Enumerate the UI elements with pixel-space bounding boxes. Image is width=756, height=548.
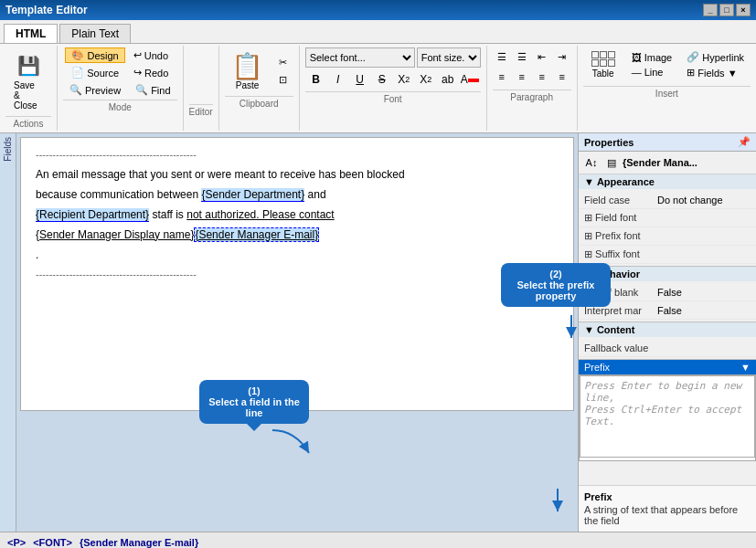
hyperlink-icon: 🔗 bbox=[687, 51, 699, 63]
content-section: ▼ Content Fallback value bbox=[579, 322, 756, 360]
save-close-button[interactable]: 💾 Save &Close bbox=[5, 47, 51, 114]
appearance-section: ▼ Appearance Field case Do not change ⊞ … bbox=[579, 174, 756, 267]
bold-button[interactable]: B bbox=[306, 69, 326, 90]
align-right-button[interactable]: ≡ bbox=[533, 68, 551, 86]
status-bar: <P> <FONT> {Sender Manager E-mail} bbox=[0, 532, 756, 548]
align-justify-button[interactable]: ≡ bbox=[553, 68, 571, 86]
line-icon: — bbox=[632, 67, 642, 78]
font-size-select[interactable]: Font size... bbox=[417, 47, 481, 68]
image-icon: 🖼 bbox=[632, 52, 642, 63]
recipient-dept-field: {Recipient Department} bbox=[36, 208, 149, 222]
find-button[interactable]: 🔍 Find bbox=[129, 82, 176, 98]
tab-plaintext[interactable]: Plain Text bbox=[59, 24, 131, 43]
prefix-font-row[interactable]: ⊞ Prefix font bbox=[579, 227, 756, 246]
ribbon: 💾 Save &Close Actions 🎨 Design ↩ Undo bbox=[0, 44, 756, 133]
properties-content[interactable]: ▼ Appearance Field case Do not change ⊞ … bbox=[579, 174, 756, 485]
indent-button[interactable]: ⇥ bbox=[553, 47, 571, 66]
content-header[interactable]: ▼ Content bbox=[579, 322, 756, 337]
fields-icon: ⊞ bbox=[687, 67, 695, 79]
copy-button[interactable]: ⊡ bbox=[272, 72, 293, 88]
mode-row-2: 📄 Source ↪ Redo bbox=[65, 65, 175, 80]
selected-property: Prefix ▼ Press Enter to begin a new line… bbox=[579, 360, 756, 463]
fallback-row: Fallback value bbox=[579, 339, 756, 357]
appearance-header[interactable]: ▼ Appearance bbox=[579, 174, 756, 189]
font-select[interactable]: Select font... bbox=[305, 47, 415, 68]
insert-label: Insert bbox=[583, 86, 751, 99]
font-color-button[interactable]: A bbox=[460, 69, 480, 90]
font-row-2: B I U S X2 X2 ab A bbox=[306, 69, 480, 90]
editor-line-4: {Recipient Department} staff is not auth… bbox=[36, 206, 559, 223]
properties-panel: Properties 📌 A↕ ▤ {Sender Mana... ▼ Appe… bbox=[578, 133, 756, 532]
content-content: Fallback value bbox=[579, 337, 756, 359]
prefix-dropdown-icon: ▼ bbox=[740, 362, 751, 373]
underline-button[interactable]: U bbox=[350, 69, 370, 90]
editor-line-2: An email message that you sent or were m… bbox=[36, 166, 559, 183]
cut-icon: ✂ bbox=[279, 57, 287, 68]
title-bar-text: Template Editor bbox=[5, 4, 88, 16]
ribbon-group-mode: 🎨 Design ↩ Undo 📄 Source ↪ Redo bbox=[58, 46, 184, 131]
left-panel: Fields bbox=[0, 133, 16, 532]
design-button[interactable]: 🎨 Design bbox=[65, 47, 124, 63]
list-number-button[interactable]: ☰ bbox=[513, 47, 531, 66]
maximize-button[interactable]: □ bbox=[719, 4, 734, 16]
superscript-button[interactable]: X2 bbox=[416, 69, 436, 90]
editor-line-7: ----------------------------------------… bbox=[36, 267, 559, 282]
tab-html[interactable]: HTML bbox=[4, 24, 58, 43]
close-button[interactable]: × bbox=[736, 4, 751, 16]
fields-button[interactable]: ⊞ Fields ▼ bbox=[680, 65, 751, 80]
strikethrough-button[interactable]: S bbox=[372, 69, 392, 90]
list-bullet-button[interactable]: ☰ bbox=[493, 47, 511, 66]
editor-line-1: ----------------------------------------… bbox=[36, 147, 559, 163]
field-font-row[interactable]: ⊞ Field font bbox=[579, 209, 756, 227]
save-close-label: Save &Close bbox=[14, 80, 43, 111]
interpret-value: False bbox=[657, 305, 751, 316]
align-center-button[interactable]: ≡ bbox=[513, 68, 531, 86]
prefix-textarea-wrapper: Press Enter to begin a new line, Press C… bbox=[579, 374, 756, 461]
suffix-font-row[interactable]: ⊞ Suffix font bbox=[579, 246, 756, 264]
source-button[interactable]: 📄 Source bbox=[65, 65, 125, 80]
hyperlink-button[interactable]: 🔗 Hyperlink bbox=[680, 49, 751, 65]
subscript-button[interactable]: X2 bbox=[394, 69, 414, 90]
callout-1: (1) Select a field in the line bbox=[199, 380, 309, 424]
highlight-button[interactable]: ab bbox=[438, 69, 458, 90]
callout-1-text: Select a field in the line bbox=[208, 396, 300, 418]
outdent-button[interactable]: ⇤ bbox=[533, 47, 551, 66]
field-case-label: Field case bbox=[584, 195, 657, 206]
appearance-content: Field case Do not change ⊞ Field font ⊞ … bbox=[579, 189, 756, 266]
editor-content[interactable]: ----------------------------------------… bbox=[20, 137, 574, 411]
editor-area: ----------------------------------------… bbox=[16, 133, 578, 532]
redo-button[interactable]: ↪ Redo bbox=[127, 65, 175, 80]
undo-button[interactable]: ↩ Undo bbox=[127, 47, 175, 63]
line-button[interactable]: — Line bbox=[625, 65, 679, 79]
align-left-button[interactable]: ≡ bbox=[493, 68, 511, 86]
table-button[interactable]: Table bbox=[583, 47, 623, 82]
prop-sort-az-icon[interactable]: A↕ bbox=[582, 153, 601, 172]
cut-button[interactable]: ✂ bbox=[272, 55, 293, 70]
suffix-font-label: ⊞ Suffix font bbox=[584, 248, 657, 260]
content-collapse-icon: ▼ bbox=[584, 324, 594, 335]
field-case-value: Do not change bbox=[657, 195, 751, 206]
ribbon-group-paragraph: ☰ ☰ ⇤ ⇥ ≡ ≡ ≡ ≡ Paragraph bbox=[487, 46, 578, 131]
table-icon bbox=[591, 51, 615, 67]
callout-2: (2) Select the prefix property bbox=[501, 263, 611, 307]
image-button[interactable]: 🖼 Image bbox=[625, 50, 679, 65]
prefix-label-text: Prefix bbox=[584, 362, 610, 373]
undo-icon: ↩ bbox=[133, 49, 142, 61]
minimize-button[interactable]: _ bbox=[703, 4, 718, 16]
mode-row-3: 🔍 Preview 🔍 Find bbox=[63, 82, 177, 98]
not-authorized-text: not authorized. Please contact bbox=[186, 208, 334, 221]
actions-label: Actions bbox=[5, 116, 51, 129]
prop-category-icon[interactable]: ▤ bbox=[602, 153, 621, 172]
preview-button[interactable]: 🔍 Preview bbox=[63, 82, 127, 98]
title-bar: Template Editor _ □ × bbox=[0, 0, 756, 20]
paste-button[interactable]: 📋 Paste bbox=[225, 47, 271, 94]
callout-2-text: Select the prefix property bbox=[510, 279, 602, 301]
paragraph-label: Paragraph bbox=[493, 90, 571, 102]
editor-scroll[interactable]: ----------------------------------------… bbox=[20, 137, 574, 528]
redo-icon: ↪ bbox=[133, 67, 142, 79]
prefix-textarea[interactable]: Press Enter to begin a new line, Press C… bbox=[580, 375, 755, 458]
callout-1-number: (1) bbox=[208, 385, 300, 396]
prefix-selected-label[interactable]: Prefix ▼ bbox=[579, 360, 756, 374]
desc-title: Prefix bbox=[584, 491, 751, 502]
italic-button[interactable]: I bbox=[328, 69, 348, 90]
